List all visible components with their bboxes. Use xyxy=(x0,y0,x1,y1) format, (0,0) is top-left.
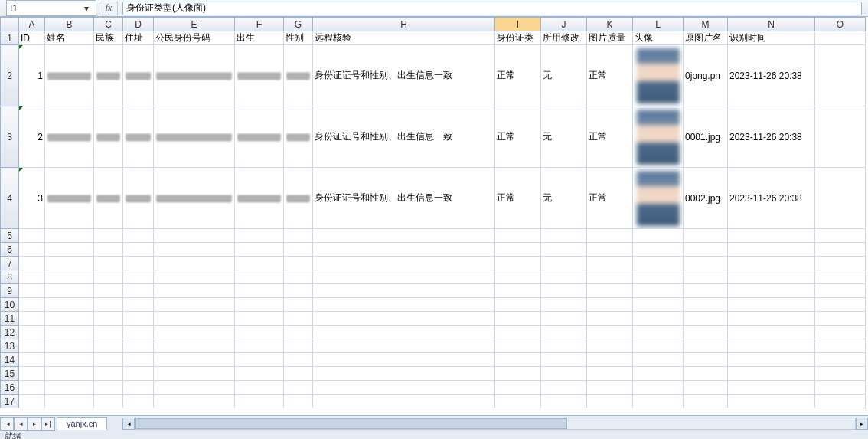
cell-empty-G-16[interactable] xyxy=(284,381,313,395)
cell-K-quality[interactable]: 正常 xyxy=(587,106,633,168)
cell-empty-A-7[interactable] xyxy=(19,257,45,270)
name-box[interactable]: I1 ▾ xyxy=(6,0,96,16)
header-cell-M[interactable]: 原图片名 xyxy=(684,31,728,45)
cell-empty-B-17[interactable] xyxy=(45,395,94,408)
cell-empty-I-7[interactable] xyxy=(495,257,541,270)
cell-empty-J-11[interactable] xyxy=(541,312,587,326)
cell-empty-D-8[interactable] xyxy=(123,270,154,284)
cell-empty-I-10[interactable] xyxy=(495,298,541,312)
cell-empty-A-13[interactable] xyxy=(19,339,45,353)
cell-F-redacted[interactable] xyxy=(235,168,284,229)
cell-empty-K-15[interactable] xyxy=(587,367,633,381)
cell-empty-K-6[interactable] xyxy=(587,243,633,257)
cell-empty-C-15[interactable] xyxy=(94,367,123,381)
cell-empty-I-6[interactable] xyxy=(495,243,541,257)
cell-empty-I-9[interactable] xyxy=(495,284,541,298)
cell-J-modify[interactable]: 无 xyxy=(541,106,587,168)
cell-empty-M-14[interactable] xyxy=(684,353,728,367)
col-header-C[interactable]: C xyxy=(94,18,123,31)
cell-empty-A-11[interactable] xyxy=(19,312,45,326)
name-box-dropdown-icon[interactable]: ▾ xyxy=(80,3,93,14)
cell-empty-O-12[interactable] xyxy=(815,326,866,339)
cell-empty-B-8[interactable] xyxy=(45,270,94,284)
cell-empty-J-7[interactable] xyxy=(541,257,587,270)
cell-empty-I-8[interactable] xyxy=(495,270,541,284)
row-header-14[interactable]: 14 xyxy=(1,353,19,367)
horizontal-scrollbar[interactable]: ◂ ▸ xyxy=(122,418,868,430)
cell-empty-C-17[interactable] xyxy=(94,395,123,408)
formula-input[interactable]: 身份证类型(人像面) xyxy=(122,2,862,15)
row-header-9[interactable]: 9 xyxy=(1,284,19,298)
cell-H-verify[interactable]: 身份证证号和性别、出生信息一致 xyxy=(313,106,495,168)
row-header-8[interactable]: 8 xyxy=(1,270,19,284)
cell-empty-H-14[interactable] xyxy=(313,353,495,367)
cell-empty-I-11[interactable] xyxy=(495,312,541,326)
cell-empty-J-6[interactable] xyxy=(541,243,587,257)
hscroll-track[interactable] xyxy=(135,418,856,430)
col-header-L[interactable]: L xyxy=(633,18,684,31)
cell-empty-D-16[interactable] xyxy=(123,381,154,395)
cell-empty-E-8[interactable] xyxy=(154,270,235,284)
cell-G-redacted[interactable] xyxy=(284,168,313,229)
cell-empty-J-13[interactable] xyxy=(541,339,587,353)
cell-empty-G-15[interactable] xyxy=(284,367,313,381)
cell-empty-F-6[interactable] xyxy=(235,243,284,257)
cell-G-redacted[interactable] xyxy=(284,106,313,168)
cell-empty-M-5[interactable] xyxy=(684,229,728,243)
cell-empty-N-13[interactable] xyxy=(728,339,815,353)
header-cell-E[interactable]: 公民身份号码 xyxy=(154,31,235,45)
cell-empty-H-15[interactable] xyxy=(313,367,495,381)
cell-empty-B-7[interactable] xyxy=(45,257,94,270)
cell-empty-A-12[interactable] xyxy=(19,326,45,339)
cell-empty-B-15[interactable] xyxy=(45,367,94,381)
cell-empty-C-11[interactable] xyxy=(94,312,123,326)
row-header-16[interactable]: 16 xyxy=(1,381,19,395)
cell-B-redacted[interactable] xyxy=(45,168,94,229)
cell-empty-K-17[interactable] xyxy=(587,395,633,408)
cell-empty-I-16[interactable] xyxy=(495,381,541,395)
row-header-12[interactable]: 12 xyxy=(1,326,19,339)
cell-I-type[interactable]: 正常 xyxy=(495,45,541,106)
cell-empty-L-14[interactable] xyxy=(633,353,684,367)
cell-empty-E-13[interactable] xyxy=(154,339,235,353)
header-cell-A[interactable]: ID xyxy=(19,31,45,45)
cell-empty-M-10[interactable] xyxy=(684,298,728,312)
cell-empty-H-5[interactable] xyxy=(313,229,495,243)
cell-empty-D-5[interactable] xyxy=(123,229,154,243)
cell-empty-I-13[interactable] xyxy=(495,339,541,353)
cell-empty-M-13[interactable] xyxy=(684,339,728,353)
cell-empty-F-17[interactable] xyxy=(235,395,284,408)
cell-empty-H-16[interactable] xyxy=(313,381,495,395)
cell-empty-M-11[interactable] xyxy=(684,312,728,326)
cell-G-redacted[interactable] xyxy=(284,45,313,106)
cell-empty-L-13[interactable] xyxy=(633,339,684,353)
cell-empty-C-6[interactable] xyxy=(94,243,123,257)
cell-I-type[interactable]: 正常 xyxy=(495,106,541,168)
cell-empty-K-8[interactable] xyxy=(587,270,633,284)
cell-empty-N-7[interactable] xyxy=(728,257,815,270)
cell-empty-A-16[interactable] xyxy=(19,381,45,395)
col-header-M[interactable]: M xyxy=(684,18,728,31)
cell-empty-J-9[interactable] xyxy=(541,284,587,298)
cell-empty-H-11[interactable] xyxy=(313,312,495,326)
select-all-corner[interactable] xyxy=(1,18,19,31)
cell-empty-J-17[interactable] xyxy=(541,395,587,408)
col-header-O[interactable]: O xyxy=(815,18,866,31)
cell-empty-M-17[interactable] xyxy=(684,395,728,408)
fx-button[interactable]: fx xyxy=(100,2,118,15)
cell-empty-L-9[interactable] xyxy=(633,284,684,298)
cell-empty-K-9[interactable] xyxy=(587,284,633,298)
cell-empty-I-15[interactable] xyxy=(495,367,541,381)
cell-N-time[interactable]: 2023-11-26 20:38 xyxy=(728,168,815,229)
cell-empty-K-14[interactable] xyxy=(587,353,633,367)
row-header-15[interactable]: 15 xyxy=(1,367,19,381)
hscroll-thumb[interactable] xyxy=(135,418,567,429)
cell-N-time[interactable]: 2023-11-26 20:38 xyxy=(728,45,815,106)
cell-empty-B-10[interactable] xyxy=(45,298,94,312)
cell-empty-B-13[interactable] xyxy=(45,339,94,353)
cell-L-avatar[interactable] xyxy=(633,45,684,106)
header-cell-G[interactable]: 性别 xyxy=(284,31,313,45)
cell-H-verify[interactable]: 身份证证号和性别、出生信息一致 xyxy=(313,168,495,229)
cell-empty-L-16[interactable] xyxy=(633,381,684,395)
cell-M-filename[interactable]: 0jpng.pn xyxy=(684,45,728,106)
